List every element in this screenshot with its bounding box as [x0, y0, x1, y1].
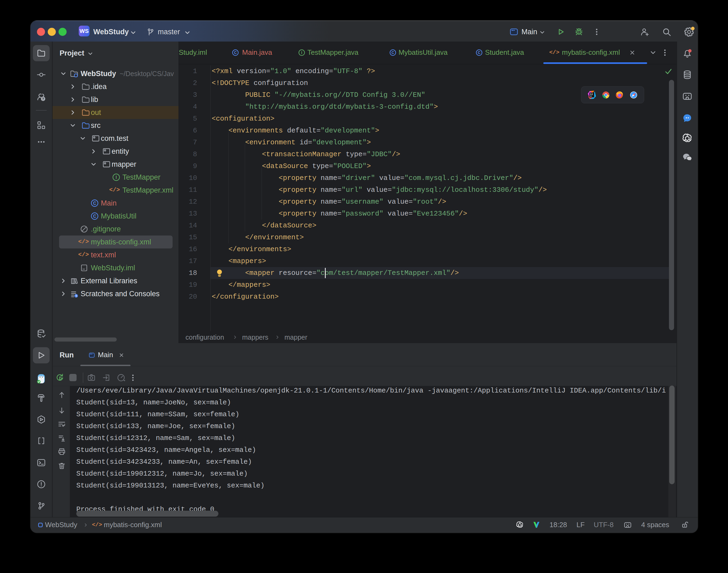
svg-text:IJ: IJ [590, 93, 593, 96]
svg-text:C: C [478, 50, 481, 55]
svg-text:I: I [116, 175, 117, 180]
svg-text:C: C [392, 50, 394, 55]
svg-text:C: C [234, 50, 237, 55]
svg-text:C: C [93, 201, 96, 206]
svg-text:I: I [301, 50, 302, 55]
svg-text:C: C [93, 214, 96, 218]
svg-text:?: ? [42, 97, 44, 101]
